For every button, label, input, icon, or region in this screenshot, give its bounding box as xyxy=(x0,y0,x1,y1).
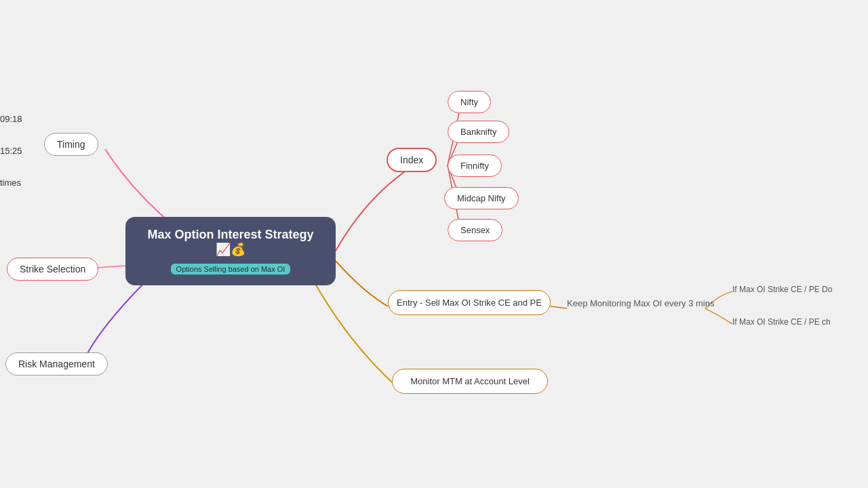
time-label-0918: 09:18 xyxy=(0,114,22,124)
strike-label: Strike Selection xyxy=(20,264,85,274)
time-label-1525: 15:25 xyxy=(0,146,22,156)
finnifty-node[interactable]: Finnifty xyxy=(448,155,502,177)
risk-management-node[interactable]: Risk Management xyxy=(5,352,108,375)
time-label-times: times xyxy=(0,178,21,188)
sensex-node[interactable]: Sensex xyxy=(448,219,502,241)
strike-selection-node[interactable]: Strike Selection xyxy=(7,258,98,281)
nifty-label: Nifty xyxy=(460,97,478,107)
keep-monitoring-node: Keep Monitoring Max OI every 3 mins xyxy=(567,298,714,308)
sensex-label: Sensex xyxy=(460,225,490,235)
ifmaxoi1-node: If Max OI Strike CE / PE Do xyxy=(732,285,832,294)
index-label: Index xyxy=(400,155,423,165)
ifmaxoi1-label: If Max OI Strike CE / PE Do xyxy=(732,285,832,294)
keep-monitoring-label: Keep Monitoring Max OI every 3 mins xyxy=(567,298,714,308)
center-node[interactable]: Max Option Interest Strategy 📈💰 Options … xyxy=(125,217,336,285)
monitor-label: Monitor MTM at Account Level xyxy=(410,376,530,386)
index-node[interactable]: Index xyxy=(387,148,437,172)
entry-node[interactable]: Entry - Sell Max OI Strike CE and PE xyxy=(388,290,551,315)
center-title: Max Option Interest Strategy 📈💰 xyxy=(140,228,321,257)
timing-label: Timing xyxy=(57,139,85,150)
svg-line-5 xyxy=(551,306,567,308)
nifty-node[interactable]: Nifty xyxy=(448,91,491,113)
finnifty-label: Finnifty xyxy=(460,161,489,171)
banknifty-label: Banknifty xyxy=(460,127,496,137)
midcap-label: Midcap Nifty xyxy=(457,193,506,203)
midcap-node[interactable]: Midcap Nifty xyxy=(444,187,519,209)
timing-node[interactable]: Timing xyxy=(44,133,98,156)
banknifty-node[interactable]: Banknifty xyxy=(448,121,509,143)
ifmaxoi2-label: If Max OI Strike CE / PE ch xyxy=(732,317,831,327)
risk-label: Risk Management xyxy=(18,359,95,369)
entry-label: Entry - Sell Max OI Strike CE and PE xyxy=(397,298,542,308)
center-subtitle: Options Selling based on Max OI xyxy=(171,264,291,274)
monitor-node[interactable]: Monitor MTM at Account Level xyxy=(392,369,548,394)
ifmaxoi2-node: If Max OI Strike CE / PE ch xyxy=(732,317,831,327)
